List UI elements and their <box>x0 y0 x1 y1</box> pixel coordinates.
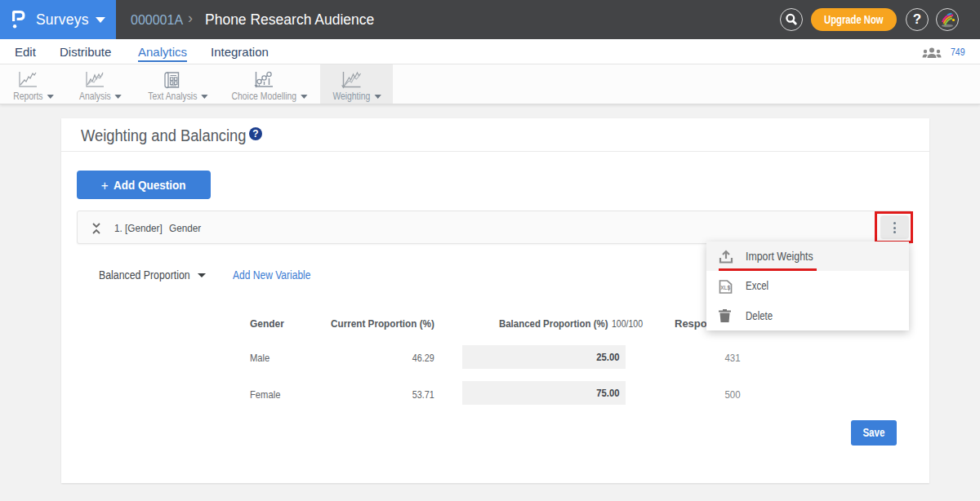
svg-text:XLS: XLS <box>720 285 731 290</box>
